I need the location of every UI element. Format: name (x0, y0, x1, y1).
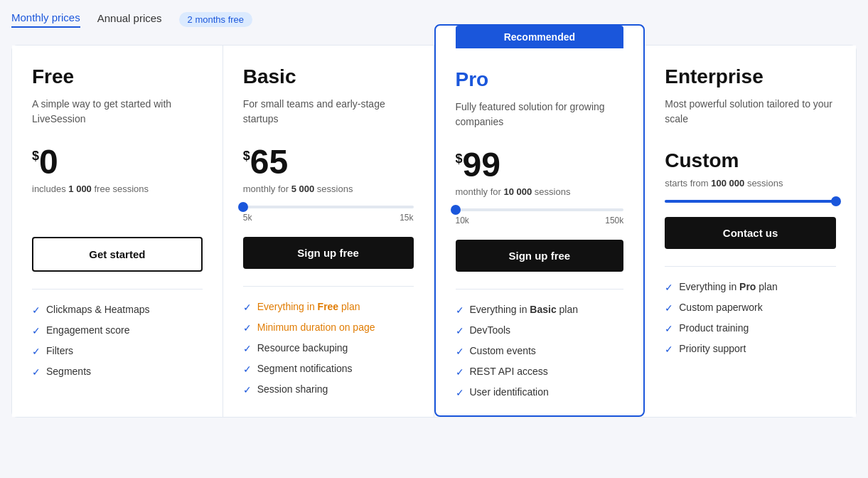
check-icon: ✓ (456, 366, 464, 378)
check-icon: ✓ (665, 282, 673, 293)
plan-pro-slider[interactable]: 10k 150k (456, 208, 624, 225)
plan-basic-name: Basic (243, 65, 414, 88)
plan-basic: Basic For small teams and early-stage st… (223, 46, 434, 417)
plan-basic-description: For small teams and early-stage startups (243, 97, 414, 131)
plan-basic-price-container: $ 65 (243, 145, 414, 179)
check-icon: ✓ (243, 343, 252, 354)
plan-enterprise-name: Enterprise (665, 65, 836, 88)
plan-enterprise-sessions: starts from 100 000 sessions (665, 178, 836, 188)
plan-pro: Recommended Pro Fully featured solution … (434, 24, 645, 417)
plan-enterprise-divider (665, 266, 836, 267)
plan-basic-slider[interactable]: 5k 15k (243, 206, 414, 223)
plan-basic-features: ✓ Everything in Free plan ✓ Minimum dura… (243, 301, 414, 395)
plan-pro-price: 99 (463, 148, 500, 182)
feature-item: ✓ Session sharing (243, 383, 414, 395)
slider-min: 5k (243, 213, 252, 223)
check-icon: ✓ (243, 322, 252, 334)
tab-annual[interactable]: Annual prices (97, 12, 162, 27)
feature-item: ✓ Minimum duration on page (243, 322, 414, 334)
feature-item: ✓ Custom paperwork (665, 302, 836, 314)
slider-max: 15k (400, 213, 413, 223)
plan-free: Free A simple way to get started with Li… (12, 46, 223, 417)
plan-enterprise-cta[interactable]: Contact us (665, 217, 836, 249)
plan-free-cta[interactable]: Get started (32, 237, 203, 272)
check-icon: ✓ (456, 325, 464, 336)
feature-item: ✓ DevTools (456, 324, 624, 336)
feature-item: ✓ User identification (456, 386, 624, 398)
check-icon: ✓ (243, 363, 252, 375)
check-icon: ✓ (456, 346, 464, 357)
plan-pro-cta[interactable]: Sign up free (456, 240, 624, 272)
plan-free-features: ✓ Clickmaps & Heatmaps ✓ Engagement scor… (32, 304, 203, 378)
plan-pro-price-container: $ 99 (456, 148, 624, 182)
plans-grid: Free A simple way to get started with Li… (11, 45, 857, 418)
slider-min: 10k (456, 216, 469, 225)
check-icon: ✓ (665, 323, 673, 334)
feature-item: ✓ Everything in Basic plan (456, 304, 624, 316)
slider-max: 150k (605, 216, 623, 225)
feature-item: ✓ Segment notifications (243, 363, 414, 375)
plan-enterprise-description: Most powerful solution tailored to your … (665, 97, 836, 131)
tab-badge: 2 months free (179, 12, 253, 27)
plan-pro-divider (456, 289, 624, 290)
check-icon: ✓ (32, 325, 41, 336)
pricing-tabs: Monthly prices Annual prices 2 months fr… (11, 11, 857, 28)
plan-enterprise-price-container: Custom (665, 145, 836, 174)
feature-item: ✓ Clickmaps & Heatmaps (32, 304, 203, 316)
plan-pro-features: ✓ Everything in Basic plan ✓ DevTools ✓ … (456, 304, 624, 398)
feature-item: ✓ Filters (32, 345, 203, 357)
plan-free-price-container: $ 0 (32, 145, 203, 179)
plan-pro-sessions: monthly for 10 000 sessions (456, 186, 624, 197)
feature-item: ✓ REST API access (456, 366, 624, 378)
check-icon: ✓ (456, 387, 464, 398)
check-icon: ✓ (665, 302, 673, 314)
plan-basic-price: 65 (250, 145, 288, 179)
feature-item: ✓ Priority support (665, 343, 836, 355)
feature-item: ✓ Segments (32, 366, 203, 378)
plan-enterprise: Enterprise Most powerful solution tailor… (645, 46, 856, 417)
check-icon: ✓ (665, 344, 673, 355)
feature-item: ✓ Custom events (456, 345, 624, 357)
plan-free-price: 0 (39, 145, 58, 179)
plan-pro-name: Pro (456, 68, 624, 91)
check-icon: ✓ (243, 384, 252, 395)
feature-item: ✓ Everything in Pro plan (665, 281, 836, 293)
plan-basic-sessions: monthly for 5 000 sessions (243, 184, 414, 194)
plan-enterprise-slider[interactable] (665, 200, 836, 203)
plan-basic-currency: $ (243, 149, 250, 162)
plan-basic-cta[interactable]: Sign up free (243, 237, 414, 269)
plan-free-sessions: includes 1 000 free sessions (32, 184, 203, 194)
plan-enterprise-price: Custom (665, 151, 739, 171)
recommended-badge: Recommended (456, 26, 624, 48)
check-icon: ✓ (32, 304, 41, 316)
check-icon: ✓ (32, 346, 41, 357)
feature-item: ✓ Everything in Free plan (243, 301, 414, 313)
plan-enterprise-features: ✓ Everything in Pro plan ✓ Custom paperw… (665, 281, 836, 355)
feature-item: ✓ Engagement score (32, 324, 203, 336)
check-icon: ✓ (456, 304, 464, 316)
plan-free-divider (32, 289, 203, 290)
plan-free-description: A simple way to get started with LiveSes… (32, 97, 203, 131)
check-icon: ✓ (243, 302, 252, 313)
plan-free-currency: $ (32, 149, 39, 162)
plan-free-name: Free (32, 65, 203, 88)
plan-basic-divider (243, 286, 414, 287)
feature-item: ✓ Product training (665, 322, 836, 334)
tab-monthly[interactable]: Monthly prices (11, 11, 80, 28)
plan-pro-description: Fully featured solution for growing comp… (456, 100, 624, 134)
check-icon: ✓ (32, 366, 41, 378)
plan-pro-currency: $ (456, 152, 463, 165)
feature-item: ✓ Resource backuping (243, 342, 414, 354)
